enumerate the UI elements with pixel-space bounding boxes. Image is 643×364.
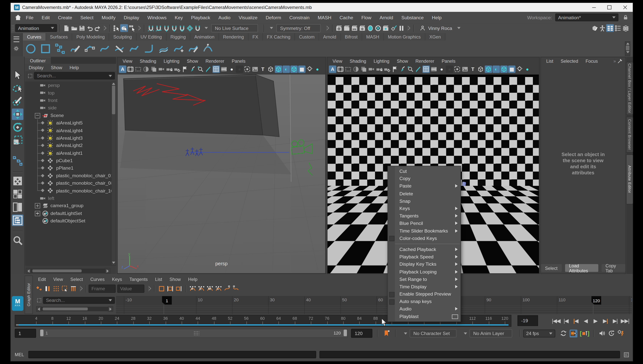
curve-smooth-icon[interactable] <box>128 42 140 54</box>
shaded-ball-icon[interactable]: ● <box>228 65 236 73</box>
mute-audio-icon[interactable] <box>598 330 606 337</box>
nurbs-square-icon[interactable] <box>39 42 52 54</box>
humanik-icon[interactable] <box>598 24 606 32</box>
expand-separator-icon[interactable] <box>102 24 106 32</box>
select-hierarchy-icon[interactable] <box>112 24 120 32</box>
resolution-gate-icon[interactable] <box>135 65 142 73</box>
cv-edit-tool[interactable] <box>12 155 23 166</box>
filter-icon[interactable] <box>35 296 43 304</box>
select-tool[interactable] <box>12 69 23 80</box>
shelf-tab-custom[interactable]: Custom <box>295 33 319 40</box>
expand-separator-icon[interactable] <box>406 24 410 32</box>
context-item-playblast[interactable]: Playblast <box>388 313 461 320</box>
outliner-menu-show[interactable]: Show <box>47 65 66 70</box>
playback-end-field[interactable]: 120 <box>351 329 372 338</box>
break-tangents-icon[interactable] <box>223 284 231 293</box>
snap-to-point-icon[interactable] <box>162 24 170 32</box>
tree-item-plastic_monobloc_chair_08[interactable]: plastic_monobloc_chair_08 <box>25 179 111 187</box>
tree-item-defaultObjectSet[interactable]: defaultObjectSet <box>25 217 111 225</box>
add-points-tool-icon[interactable] <box>172 42 184 54</box>
context-item-color-coded-keys[interactable]: Color-coded Keys <box>388 234 461 242</box>
tree-item-aiAreaLight3[interactable]: aiAreaLight3 <box>25 134 111 142</box>
render-settings-icon[interactable] <box>358 24 366 32</box>
viewport-menu-show[interactable]: Show <box>393 58 412 64</box>
snap-to-projected-center-icon[interactable] <box>170 24 178 32</box>
tree-item-Scene[interactable]: Scene <box>25 112 111 119</box>
camera-lock-icon[interactable] <box>166 65 173 73</box>
graph-editor-time-ruler[interactable]: -101020304050607080901001101301120 <box>116 296 632 305</box>
side-tab-content-browser[interactable]: Content Browser <box>626 117 633 153</box>
annotate-icon[interactable] <box>414 65 422 73</box>
graph-menu-view[interactable]: View <box>50 277 67 282</box>
checker-display-icon[interactable]: ▦ <box>508 65 516 73</box>
play-backwards-button[interactable]: ◀ <box>581 316 590 326</box>
wireframe-cube-icon[interactable] <box>267 65 275 73</box>
pan-zoom-icon[interactable] <box>197 65 204 73</box>
frame-all-icon[interactable] <box>157 284 166 293</box>
account-menu[interactable]: Vinny Roca <box>419 24 460 32</box>
viewport-menu-show[interactable]: Show <box>183 58 202 64</box>
side-tab-attribute-editor[interactable]: Attribute Editor <box>626 154 633 204</box>
field-chart-icon[interactable] <box>150 65 157 73</box>
grease-pencil-icon[interactable] <box>399 65 406 73</box>
value-field[interactable]: Value <box>117 284 144 293</box>
graph-search-input[interactable]: Search... <box>43 297 115 304</box>
make-live-icon[interactable] <box>186 24 193 32</box>
select-object-icon[interactable] <box>120 24 128 32</box>
menu-substance[interactable]: Substance <box>397 15 428 20</box>
bezier-curve-icon[interactable] <box>202 42 214 54</box>
current-range-flag[interactable]: 120 <box>591 296 601 304</box>
insert-keys-tool-icon[interactable] <box>43 284 52 293</box>
viewport-menu-panels[interactable]: Panels <box>438 58 459 64</box>
ae-menu-focus[interactable]: Focus <box>582 58 602 64</box>
menu-select[interactable]: Select <box>76 15 98 20</box>
ipr-refresh-icon[interactable] <box>374 24 382 32</box>
auto-keyframe-icon[interactable] <box>617 330 625 337</box>
three-point-arc-icon[interactable] <box>84 42 96 54</box>
modeling-toolkit-icon[interactable] <box>590 24 598 32</box>
wire-on-shaded-icon[interactable] <box>290 65 298 73</box>
outliner-tab[interactable]: Outliner <box>25 57 51 64</box>
undo-icon[interactable] <box>86 24 94 32</box>
tree-item-top[interactable]: top <box>25 89 111 96</box>
tree-item-pPlane1[interactable]: pPlane1 <box>25 164 111 172</box>
center-current-time-icon[interactable] <box>174 284 183 293</box>
xray-ball-icon[interactable]: ● <box>524 65 531 73</box>
grid-toggle[interactable] <box>422 65 430 73</box>
select-button[interactable]: Select <box>541 264 562 272</box>
shaded-cube-icon[interactable] <box>485 65 492 73</box>
lasso-tool[interactable] <box>12 82 23 94</box>
viewport-menu-panels[interactable]: Panels <box>228 58 249 64</box>
shelf-tab-sculpting[interactable]: Sculpting <box>109 33 136 40</box>
tree-item-side[interactable]: side <box>25 104 111 112</box>
range-start-handle[interactable] <box>40 330 44 336</box>
tree-expander-plus[interactable] <box>35 203 40 208</box>
isolate-frame-icon[interactable] <box>244 65 251 73</box>
graph-editor-tab[interactable]: Graph Editor <box>25 276 33 314</box>
field-chart-icon[interactable] <box>360 65 367 73</box>
checkbox[interactable] <box>389 292 394 297</box>
live-surface-field[interactable]: No Live Surface <box>211 24 258 32</box>
tree-item-plastic_monobloc_chair_01[interactable]: plastic_monobloc_chair_01 <box>25 172 111 180</box>
context-item-tangents[interactable]: Tangents <box>388 212 461 220</box>
menu-audio[interactable]: Audio <box>214 15 235 20</box>
shelf-tab-poly-modeling[interactable]: Poly Modeling <box>72 33 109 40</box>
fps-dropdown[interactable]: 24 fps <box>523 330 555 337</box>
checker-display-icon[interactable]: ▦ <box>298 65 306 73</box>
outliner-vscrollbar[interactable] <box>111 82 116 266</box>
attribute-spreadsheet-icon[interactable] <box>614 24 622 32</box>
anti-alias-toggle[interactable]: A <box>119 65 126 73</box>
viewport-menu-view[interactable]: View <box>329 58 346 64</box>
curve-edit-icon[interactable] <box>187 42 199 54</box>
dark-sphere-icon[interactable]: ● <box>236 65 243 73</box>
go-to-end-button[interactable]: ▶▶| <box>620 316 630 326</box>
menu-create[interactable]: Create <box>54 15 76 20</box>
outliner-hscrollbar[interactable] <box>26 268 110 273</box>
step-forward-key-button[interactable]: ▶| <box>600 316 610 326</box>
redo-icon[interactable] <box>94 24 101 32</box>
hud-text-icon[interactable]: T <box>469 65 477 73</box>
chevron-down-icon[interactable] <box>204 27 208 29</box>
shelf-tab-motion-graphics[interactable]: Motion Graphics <box>384 33 425 40</box>
view-bookmark-icon[interactable] <box>391 65 399 73</box>
new-scene-icon[interactable] <box>62 24 70 32</box>
